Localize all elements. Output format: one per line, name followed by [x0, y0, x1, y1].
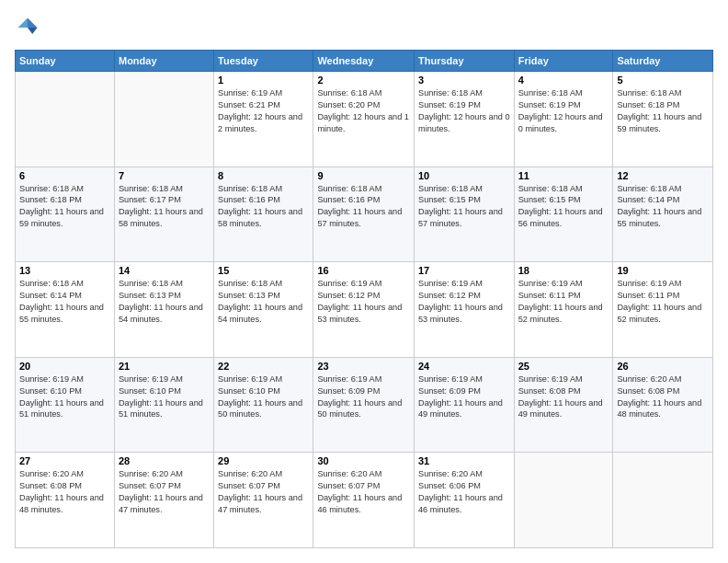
week-row-4: 20Sunrise: 6:19 AMSunset: 6:10 PMDayligh…	[16, 357, 713, 453]
day-number: 21	[119, 361, 210, 372]
day-detail: Sunrise: 6:19 AMSunset: 6:10 PMDaylight:…	[119, 373, 210, 421]
day-detail: Sunrise: 6:19 AMSunset: 6:09 PMDaylight:…	[418, 373, 510, 421]
day-detail: Sunrise: 6:18 AMSunset: 6:17 PMDaylight:…	[119, 183, 210, 231]
calendar-cell: 8Sunrise: 6:18 AMSunset: 6:16 PMDaylight…	[214, 167, 313, 262]
calendar-cell: 31Sunrise: 6:20 AMSunset: 6:06 PMDayligh…	[415, 453, 515, 548]
week-row-2: 6Sunrise: 6:18 AMSunset: 6:18 PMDaylight…	[16, 167, 713, 262]
calendar-cell: 4Sunrise: 6:18 AMSunset: 6:19 PMDaylight…	[514, 72, 613, 167]
calendar-cell: 17Sunrise: 6:19 AMSunset: 6:12 PMDayligh…	[415, 262, 515, 358]
column-header-friday: Friday	[514, 51, 613, 72]
day-number: 24	[418, 361, 510, 372]
page: SundayMondayTuesdayWednesdayThursdayFrid…	[0, 0, 728, 563]
day-detail: Sunrise: 6:20 AMSunset: 6:07 PMDaylight:…	[119, 468, 210, 516]
day-number: 28	[119, 455, 210, 466]
day-detail: Sunrise: 6:18 AMSunset: 6:14 PMDaylight:…	[19, 278, 110, 326]
day-number: 11	[518, 170, 609, 181]
day-detail: Sunrise: 6:20 AMSunset: 6:06 PMDaylight:…	[418, 468, 510, 516]
day-detail: Sunrise: 6:20 AMSunset: 6:08 PMDaylight:…	[617, 373, 709, 421]
calendar-cell: 13Sunrise: 6:18 AMSunset: 6:14 PMDayligh…	[16, 262, 115, 358]
day-detail: Sunrise: 6:19 AMSunset: 6:12 PMDaylight:…	[418, 278, 510, 326]
day-detail: Sunrise: 6:20 AMSunset: 6:07 PMDaylight:…	[218, 468, 309, 516]
calendar-cell: 25Sunrise: 6:19 AMSunset: 6:08 PMDayligh…	[514, 357, 613, 453]
calendar-cell: 18Sunrise: 6:19 AMSunset: 6:11 PMDayligh…	[514, 262, 613, 358]
week-row-1: 1Sunrise: 6:19 AMSunset: 6:21 PMDaylight…	[16, 72, 713, 167]
calendar-cell	[514, 453, 613, 548]
day-detail: Sunrise: 6:18 AMSunset: 6:13 PMDaylight:…	[218, 278, 309, 326]
day-detail: Sunrise: 6:19 AMSunset: 6:12 PMDaylight:…	[317, 278, 410, 326]
day-number: 31	[418, 455, 510, 466]
calendar-cell: 6Sunrise: 6:18 AMSunset: 6:18 PMDaylight…	[16, 167, 115, 262]
day-number: 19	[617, 265, 709, 276]
day-detail: Sunrise: 6:18 AMSunset: 6:18 PMDaylight:…	[19, 183, 110, 231]
column-header-thursday: Thursday	[415, 51, 515, 72]
day-number: 14	[119, 265, 210, 276]
day-detail: Sunrise: 6:18 AMSunset: 6:15 PMDaylight:…	[518, 183, 609, 231]
calendar-cell: 2Sunrise: 6:18 AMSunset: 6:20 PMDaylight…	[313, 72, 415, 167]
day-detail: Sunrise: 6:19 AMSunset: 6:10 PMDaylight:…	[19, 373, 110, 421]
day-detail: Sunrise: 6:19 AMSunset: 6:11 PMDaylight:…	[518, 278, 609, 326]
day-number: 9	[317, 170, 410, 181]
column-header-saturday: Saturday	[613, 51, 713, 72]
calendar-cell: 9Sunrise: 6:18 AMSunset: 6:16 PMDaylight…	[313, 167, 415, 262]
day-detail: Sunrise: 6:18 AMSunset: 6:14 PMDaylight:…	[617, 183, 709, 231]
day-number: 7	[119, 170, 210, 181]
day-detail: Sunrise: 6:18 AMSunset: 6:16 PMDaylight:…	[317, 183, 410, 231]
calendar-cell: 15Sunrise: 6:18 AMSunset: 6:13 PMDayligh…	[214, 262, 313, 358]
column-header-tuesday: Tuesday	[214, 51, 313, 72]
day-number: 20	[19, 361, 110, 372]
calendar-cell: 20Sunrise: 6:19 AMSunset: 6:10 PMDayligh…	[16, 357, 115, 453]
day-number: 27	[19, 455, 110, 466]
calendar-cell: 14Sunrise: 6:18 AMSunset: 6:13 PMDayligh…	[114, 262, 213, 358]
day-detail: Sunrise: 6:18 AMSunset: 6:13 PMDaylight:…	[119, 278, 210, 326]
day-number: 29	[218, 455, 309, 466]
header	[15, 15, 713, 40]
calendar-cell: 11Sunrise: 6:18 AMSunset: 6:15 PMDayligh…	[514, 167, 613, 262]
day-number: 16	[317, 265, 410, 276]
day-number: 15	[218, 265, 309, 276]
week-row-5: 27Sunrise: 6:20 AMSunset: 6:08 PMDayligh…	[16, 453, 713, 548]
column-header-monday: Monday	[114, 51, 213, 72]
day-detail: Sunrise: 6:18 AMSunset: 6:19 PMDaylight:…	[418, 87, 510, 135]
calendar-table: SundayMondayTuesdayWednesdayThursdayFrid…	[15, 50, 713, 548]
day-detail: Sunrise: 6:19 AMSunset: 6:21 PMDaylight:…	[218, 87, 309, 135]
calendar-cell: 30Sunrise: 6:20 AMSunset: 6:07 PMDayligh…	[313, 453, 415, 548]
day-number: 13	[19, 265, 110, 276]
calendar-cell: 27Sunrise: 6:20 AMSunset: 6:08 PMDayligh…	[16, 453, 115, 548]
day-number: 12	[617, 170, 709, 181]
day-detail: Sunrise: 6:20 AMSunset: 6:07 PMDaylight:…	[317, 468, 410, 516]
calendar-header-row: SundayMondayTuesdayWednesdayThursdayFrid…	[16, 51, 713, 72]
day-detail: Sunrise: 6:19 AMSunset: 6:10 PMDaylight:…	[218, 373, 309, 421]
day-detail: Sunrise: 6:18 AMSunset: 6:18 PMDaylight:…	[617, 87, 709, 135]
logo-icon	[15, 15, 40, 40]
day-detail: Sunrise: 6:18 AMSunset: 6:20 PMDaylight:…	[317, 87, 410, 135]
day-number: 5	[617, 75, 709, 86]
logo	[15, 15, 44, 40]
calendar-cell: 5Sunrise: 6:18 AMSunset: 6:18 PMDaylight…	[613, 72, 713, 167]
week-row-3: 13Sunrise: 6:18 AMSunset: 6:14 PMDayligh…	[16, 262, 713, 358]
day-detail: Sunrise: 6:20 AMSunset: 6:08 PMDaylight:…	[19, 468, 110, 516]
calendar-cell: 10Sunrise: 6:18 AMSunset: 6:15 PMDayligh…	[415, 167, 515, 262]
day-number: 3	[418, 75, 510, 86]
day-detail: Sunrise: 6:19 AMSunset: 6:08 PMDaylight:…	[518, 373, 609, 421]
day-detail: Sunrise: 6:19 AMSunset: 6:11 PMDaylight:…	[617, 278, 709, 326]
day-number: 22	[218, 361, 309, 372]
calendar-cell: 28Sunrise: 6:20 AMSunset: 6:07 PMDayligh…	[114, 453, 213, 548]
day-number: 30	[317, 455, 410, 466]
day-number: 1	[218, 75, 309, 86]
column-header-wednesday: Wednesday	[313, 51, 415, 72]
calendar-cell: 7Sunrise: 6:18 AMSunset: 6:17 PMDaylight…	[114, 167, 213, 262]
calendar-cell: 19Sunrise: 6:19 AMSunset: 6:11 PMDayligh…	[613, 262, 713, 358]
day-detail: Sunrise: 6:18 AMSunset: 6:19 PMDaylight:…	[518, 87, 609, 135]
calendar-cell: 16Sunrise: 6:19 AMSunset: 6:12 PMDayligh…	[313, 262, 415, 358]
day-detail: Sunrise: 6:19 AMSunset: 6:09 PMDaylight:…	[317, 373, 410, 421]
day-detail: Sunrise: 6:18 AMSunset: 6:16 PMDaylight:…	[218, 183, 309, 231]
calendar-cell: 12Sunrise: 6:18 AMSunset: 6:14 PMDayligh…	[613, 167, 713, 262]
calendar-cell	[114, 72, 213, 167]
calendar-cell	[16, 72, 115, 167]
svg-marker-0	[28, 18, 38, 29]
calendar-cell: 23Sunrise: 6:19 AMSunset: 6:09 PMDayligh…	[313, 357, 415, 453]
calendar-cell: 1Sunrise: 6:19 AMSunset: 6:21 PMDaylight…	[214, 72, 313, 167]
day-number: 18	[518, 265, 609, 276]
day-number: 2	[317, 75, 410, 86]
calendar-cell: 29Sunrise: 6:20 AMSunset: 6:07 PMDayligh…	[214, 453, 313, 548]
